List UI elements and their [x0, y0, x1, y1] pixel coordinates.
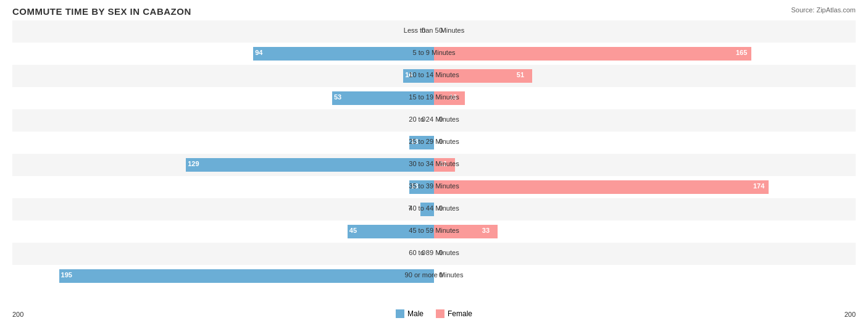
row-label: 35 to 39 Minutes: [409, 182, 459, 190]
row-label: 10 to 14 Minutes: [409, 71, 459, 78]
female-value: 165: [736, 49, 747, 56]
chart-title: COMMUTE TIME BY SEX IN CABAZON: [12, 6, 856, 17]
female-value: 33: [482, 227, 490, 234]
chart-row: 90 or more Minutes1950: [12, 265, 856, 287]
chart-row: 15 to 19 Minutes5316: [12, 87, 856, 109]
female-value: 174: [753, 182, 764, 190]
row-label: 30 to 34 Minutes: [409, 160, 459, 167]
legend-female-box: [436, 309, 444, 318]
bar-male: [253, 47, 434, 61]
male-value: 94: [255, 49, 262, 56]
male-value: 129: [188, 160, 199, 167]
chart-row: 10 to 14 Minutes1651: [12, 65, 856, 87]
legend-male-label: Male: [407, 309, 424, 318]
female-value: 51: [517, 71, 524, 78]
bar-female: [434, 180, 769, 194]
chart-row: 25 to 29 Minutes130: [12, 132, 856, 154]
legend-female: Female: [436, 309, 472, 318]
chart-row: 40 to 44 Minutes70: [12, 198, 856, 220]
row-label: 90 or more Minutes: [405, 271, 464, 279]
male-value: 45: [349, 227, 357, 234]
axis-label-right: 200: [845, 311, 856, 318]
legend-male: Male: [396, 309, 424, 318]
source-label: Source: ZipAtlas.com: [791, 6, 856, 14]
chart-row: 30 to 34 Minutes12911: [12, 154, 856, 176]
legend-female-label: Female: [448, 309, 472, 318]
chart-row: 20 to 24 Minutes00: [12, 109, 856, 132]
row-label: 15 to 19 Minutes: [409, 93, 459, 101]
male-value: 53: [334, 93, 341, 101]
chart-row: 60 to 89 Minutes00: [12, 243, 856, 265]
male-value: 195: [61, 271, 72, 279]
row-label: 45 to 59 Minutes: [409, 227, 459, 234]
axis-label-left: 200: [12, 311, 23, 318]
chart-container: COMMUTE TIME BY SEX IN CABAZON Source: Z…: [0, 0, 868, 323]
bar-female: [434, 47, 751, 61]
chart-row: Less than 5 Minutes00: [12, 20, 856, 43]
chart-row: 45 to 59 Minutes4533: [12, 220, 856, 243]
chart-area: Less than 5 Minutes005 to 9 Minutes94165…: [12, 20, 856, 293]
bar-male: [59, 269, 434, 283]
bar-male: [186, 158, 434, 172]
chart-row: 5 to 9 Minutes94165: [12, 43, 856, 65]
legend: Male Female: [396, 309, 472, 318]
row-label: 5 to 9 Minutes: [412, 49, 455, 56]
legend-male-box: [396, 309, 404, 318]
chart-row: 35 to 39 Minutes13174: [12, 176, 856, 198]
row-label: 40 to 44 Minutes: [409, 204, 459, 212]
row-label: 25 to 29 Minutes: [409, 138, 459, 145]
row-label: Less than 5 Minutes: [404, 27, 464, 34]
row-label: 60 to 89 Minutes: [409, 249, 459, 256]
row-label: 20 to 24 Minutes: [409, 115, 459, 123]
